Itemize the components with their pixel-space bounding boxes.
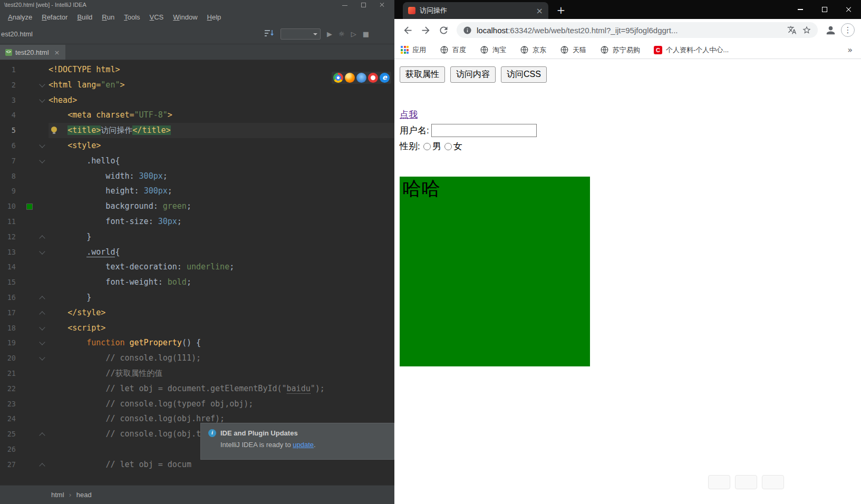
- notification-title: IDE and Plugin Updates: [220, 429, 298, 437]
- update-notification[interactable]: IDE and Plugin Updates IntelliJ IDEA is …: [200, 423, 394, 460]
- omnibox[interactable]: localhost:63342/web/web/test20.html?_ijt…: [457, 22, 818, 38]
- bookmark-item[interactable]: 苏宁易购: [600, 45, 640, 55]
- back-button[interactable]: [399, 21, 417, 39]
- menu-help[interactable]: Help: [202, 12, 226, 23]
- get-attribute-button[interactable]: 获取属性: [400, 66, 445, 83]
- male-radio[interactable]: [423, 143, 431, 150]
- menu-build[interactable]: Build: [72, 12, 97, 23]
- code-line-11[interactable]: 11 font-size: 30px;: [0, 214, 394, 229]
- code-line-15[interactable]: 15 font-weight: bold;: [0, 275, 394, 290]
- update-link[interactable]: update: [293, 441, 314, 449]
- bookmark-label: 应用: [412, 45, 426, 55]
- fold-marker-icon[interactable]: [36, 305, 49, 321]
- stop-button[interactable]: ■: [363, 31, 369, 37]
- new-tab-button[interactable]: +: [554, 3, 568, 17]
- dianwo-link[interactable]: 点我: [400, 109, 418, 121]
- minimize-button[interactable]: [788, 0, 812, 19]
- fold-marker-icon[interactable]: [36, 457, 49, 472]
- code-line-20[interactable]: 20 // console.log(111);: [0, 351, 394, 366]
- code-line-19[interactable]: 19 function getProperty() {: [0, 335, 394, 351]
- bookmark-label: 京东: [533, 45, 546, 55]
- maximize-icon[interactable]: [361, 3, 366, 7]
- chrome-icon[interactable]: [333, 73, 343, 83]
- site-info-icon[interactable]: [463, 26, 472, 35]
- bookmarks-overflow-icon[interactable]: »: [845, 45, 855, 55]
- bookmark-item[interactable]: 淘宝: [480, 45, 506, 55]
- bookmark-item[interactable]: C个人资料-个人中心...: [654, 45, 729, 55]
- locate-file-icon[interactable]: [265, 29, 274, 39]
- browser-tab[interactable]: 访问操作 ×: [403, 2, 548, 19]
- code-line-3[interactable]: 3<head>: [0, 93, 394, 108]
- code-line-12[interactable]: 12 }: [0, 229, 394, 245]
- bookmark-item[interactable]: 京东: [520, 45, 546, 55]
- menu-refactor[interactable]: Refactor: [37, 12, 72, 23]
- fold-marker-icon[interactable]: [36, 93, 49, 108]
- code-line-6[interactable]: 6 <style>: [0, 138, 394, 153]
- editor-tab-test20[interactable]: test20.html ×: [0, 45, 65, 60]
- breadcrumb-head[interactable]: head: [75, 491, 93, 499]
- code-line-22[interactable]: 22 // let obj = document.getElementById(…: [0, 381, 394, 396]
- menu-vcs[interactable]: VCS: [145, 12, 169, 23]
- bookmark-star-icon[interactable]: [802, 25, 811, 35]
- code-line-14[interactable]: 14 text-decoration: underline;: [0, 259, 394, 275]
- run-config-combo[interactable]: [280, 28, 321, 40]
- line-number: 17: [0, 305, 23, 321]
- visit-content-button[interactable]: 访问内容: [450, 66, 496, 83]
- profiler-button[interactable]: ▷: [351, 31, 356, 37]
- code-line-23[interactable]: 23 // console.log(typeof obj,obj);: [0, 396, 394, 412]
- bookmark-item[interactable]: 天猫: [560, 45, 586, 55]
- fold-marker-icon[interactable]: [36, 335, 49, 351]
- menu-window[interactable]: Window: [168, 12, 202, 23]
- opera-icon[interactable]: [368, 73, 378, 83]
- fold-marker-icon[interactable]: [36, 77, 49, 93]
- maximize-button[interactable]: [812, 0, 837, 19]
- code-line-21[interactable]: 21 //获取属性的值: [0, 366, 394, 381]
- tab-close-icon[interactable]: ×: [54, 49, 60, 56]
- fold-marker-icon[interactable]: [36, 427, 49, 442]
- bookmark-item[interactable]: 百度: [440, 45, 466, 55]
- code-line-9[interactable]: 9 height: 300px;: [0, 183, 394, 199]
- code-line-8[interactable]: 8 width: 300px;: [0, 169, 394, 184]
- run-button[interactable]: ▶: [327, 31, 332, 37]
- coverage-button[interactable]: ☼: [338, 31, 345, 37]
- fold-marker-icon[interactable]: [36, 153, 49, 169]
- fold-marker-icon[interactable]: [36, 321, 49, 336]
- code-line-16[interactable]: 16 }: [0, 290, 394, 305]
- close-icon[interactable]: [380, 2, 385, 7]
- fold-marker-icon[interactable]: [36, 351, 49, 366]
- close-button[interactable]: [837, 0, 861, 19]
- fold-marker-icon[interactable]: [36, 290, 49, 305]
- firefox-icon[interactable]: [345, 73, 355, 83]
- bookmark-apps[interactable]: 应用: [401, 45, 426, 55]
- profile-avatar-icon[interactable]: [822, 22, 839, 38]
- color-swatch-green-icon[interactable]: [26, 203, 33, 210]
- safari-icon[interactable]: [356, 73, 366, 83]
- fold-marker-icon[interactable]: [36, 138, 49, 153]
- breadcrumb-html[interactable]: html: [50, 491, 65, 499]
- code-line-10[interactable]: 10 background: green;: [0, 199, 394, 214]
- fold-marker-icon[interactable]: [36, 229, 49, 245]
- tab-close-icon[interactable]: ×: [536, 6, 543, 16]
- reload-button[interactable]: [434, 21, 452, 39]
- fold-marker-icon[interactable]: [36, 245, 49, 260]
- minimize-icon[interactable]: [342, 2, 347, 7]
- code-line-5[interactable]: 5 <title>访问操作</title>: [0, 123, 394, 138]
- forward-button[interactable]: [417, 21, 434, 39]
- code-line-17[interactable]: 17 </style>: [0, 305, 394, 321]
- translate-icon[interactable]: [787, 25, 797, 35]
- code-line-4[interactable]: 4 <meta charset="UTF-8">: [0, 108, 394, 123]
- code-editor[interactable]: 1<!DOCTYPE html>2<html lang="en">3<head>…: [0, 60, 394, 485]
- code-line-18[interactable]: 18 <script>: [0, 321, 394, 336]
- menu-analyze[interactable]: Analyze: [3, 12, 37, 23]
- code-line-7[interactable]: 7 .hello{: [0, 153, 394, 169]
- nav-bar-breadcrumb[interactable]: est20.html: [0, 30, 33, 38]
- browser-menu-icon[interactable]: ⋮: [841, 23, 855, 37]
- line-number: 9: [0, 183, 23, 199]
- ie-icon[interactable]: [380, 73, 390, 83]
- menu-run[interactable]: Run: [97, 12, 119, 23]
- visit-css-button[interactable]: 访问CSS: [501, 66, 547, 83]
- menu-tools[interactable]: Tools: [119, 12, 144, 23]
- username-input[interactable]: [431, 124, 537, 137]
- female-radio[interactable]: [444, 143, 452, 150]
- code-line-13[interactable]: 13 .world{: [0, 245, 394, 260]
